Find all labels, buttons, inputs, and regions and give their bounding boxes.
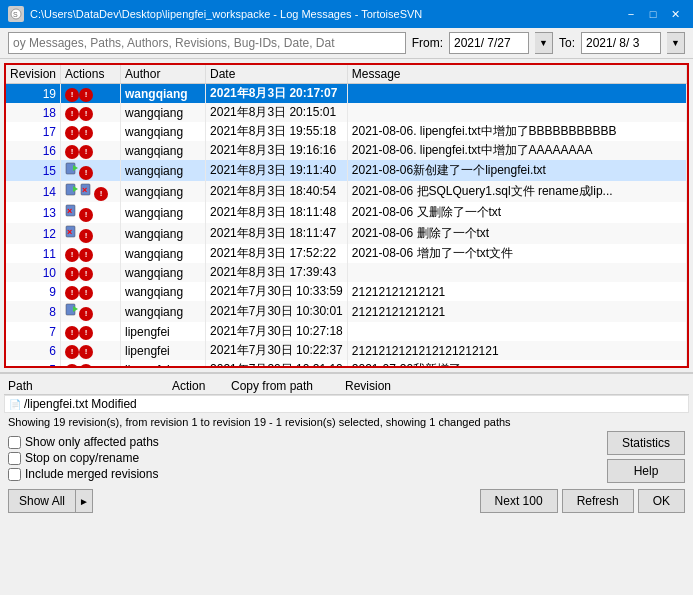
cell-actions: !! [61,282,121,301]
cell-author: wangqiang [121,103,206,122]
to-date-dropdown[interactable]: ▼ [667,32,685,54]
status-icon: ! [79,364,93,369]
cell-author: wangqiang [121,202,206,223]
cell-author: wangqiang [121,282,206,301]
cell-author: lipengfei [121,360,206,368]
status-icon: ! [79,107,93,121]
col-header-date[interactable]: Date [206,65,348,84]
cell-message: 21212121212121 [347,282,686,301]
cell-revision: 7 [6,322,61,341]
from-date-input[interactable] [449,32,529,54]
cell-message: 2021-08-06 又删除了一个txt [347,202,686,223]
table-row[interactable]: 6 !! lipengfei 2021年7月30日 10:22:37 21212… [6,341,687,360]
refresh-button[interactable]: Refresh [562,489,634,513]
addmod-icon: × [65,182,94,196]
checkboxes-panel: Show only affected paths Stop on copy/re… [4,431,163,485]
show-all-button[interactable]: Show All [8,489,75,513]
mod-icon: ! [65,345,79,359]
cell-date: 2021年7月30日 10:21:10 [206,360,348,368]
table-row[interactable]: 10 !! wangqiang 2021年8月3日 17:39:43 [6,263,687,282]
table-row[interactable]: 9 !! wangqiang 2021年7月30日 10:33:59 21212… [6,282,687,301]
cell-revision: 12 [6,223,61,244]
maximize-button[interactable]: □ [643,5,663,23]
table-row[interactable]: 12 ×! wangqiang 2021年8月3日 18:11:47 2021-… [6,223,687,244]
table-row[interactable]: 15 ! wangqiang 2021年8月3日 19:11:40 2021-0… [6,160,687,181]
table-row[interactable]: 13 ×! wangqiang 2021年8月3日 18:11:48 2021-… [6,202,687,223]
cell-date: 2021年8月3日 18:11:48 [206,202,348,223]
col-header-author[interactable]: Author [121,65,206,84]
cell-author: wangqiang [121,301,206,322]
status-icon: ! [79,345,93,359]
to-date-input[interactable] [581,32,661,54]
cell-message: 2021-08-06新创建了一个lipengfei.txt [347,160,686,181]
cell-actions: !! [61,263,121,282]
cell-date: 2021年8月3日 18:11:47 [206,223,348,244]
path-col-header: Path [8,379,168,393]
status-text: Showing 19 revision(s), from revision 1 … [4,413,689,431]
cell-date: 2021年8月3日 17:39:43 [206,263,348,282]
table-row[interactable]: 7 !! lipengfei 2021年7月30日 10:27:18 [6,322,687,341]
include-merged-checkbox[interactable] [8,468,21,481]
stop-on-copy-label: Stop on copy/rename [25,451,139,465]
ok-button[interactable]: OK [638,489,685,513]
title-text: C:\Users\DataDev\Desktop\lipengfei_works… [30,8,422,20]
mod-icon: ! [65,88,79,102]
cell-revision: 14 [6,181,61,202]
cell-message: 2021-07-30我新增了。。。。 [347,360,686,368]
cell-actions: !! [61,103,121,122]
title-bar: S C:\Users\DataDev\Desktop\lipengfei_wor… [0,0,693,28]
svg-text:×: × [67,206,72,216]
search-input[interactable] [8,32,406,54]
show-affected-paths-label: Show only affected paths [25,435,159,449]
window-controls[interactable]: − □ ✕ [621,5,685,23]
cell-message: 2121212121212121212121 [347,341,686,360]
cell-date: 2021年8月3日 19:16:16 [206,141,348,160]
show-affected-paths-checkbox[interactable] [8,436,21,449]
cell-date: 2021年8月3日 20:17:07 [206,84,348,104]
cell-date: 2021年8月3日 19:11:40 [206,160,348,181]
col-header-message[interactable]: Message [347,65,686,84]
cell-date: 2021年8月3日 20:15:01 [206,103,348,122]
bottom-right-buttons: Next 100 Refresh OK [480,489,685,513]
svg-marker-15 [73,306,78,312]
cell-author: lipengfei [121,341,206,360]
svg-text:×: × [82,185,87,195]
next100-button[interactable]: Next 100 [480,489,558,513]
close-button[interactable]: ✕ [665,5,685,23]
table-row[interactable]: 16 !! wangqiang 2021年8月3日 19:16:16 2021-… [6,141,687,160]
status-icon: ! [79,145,93,159]
add-icon [65,302,79,316]
status-icon: ! [79,307,93,321]
col-header-revision[interactable]: Revision [6,65,61,84]
mod-icon: ! [65,107,79,121]
cell-date: 2021年8月3日 19:55:18 [206,122,348,141]
stop-on-copy-checkbox[interactable] [8,452,21,465]
cell-revision: 5 [6,360,61,368]
cell-actions: !! [61,122,121,141]
table-row[interactable]: 8 ! wangqiang 2021年7月30日 10:30:01 212121… [6,301,687,322]
table-row[interactable]: 14 ×! wangqiang 2021年8月3日 18:40:54 2021-… [6,181,687,202]
del-icon: × [65,203,79,217]
table-row[interactable]: 18 !! wangqiang 2021年8月3日 20:15:01 [6,103,687,122]
cell-actions: ! [61,301,121,322]
path-row-text: /lipengfei.txt Modified [24,397,137,411]
cell-actions: !! [61,244,121,263]
help-button[interactable]: Help [607,459,685,483]
cell-message: 2021-08-06. lipengfei.txt中增加了AAAAAAAA [347,141,686,160]
table-row[interactable]: 5 !! lipengfei 2021年7月30日 10:21:10 2021-… [6,360,687,368]
show-all-arrow-button[interactable]: ► [75,489,93,513]
status-icon: ! [79,126,93,140]
cell-actions: !! [61,141,121,160]
col-header-actions[interactable]: Actions [61,65,121,84]
table-row[interactable]: 19 !! wangqiang 2021年8月3日 20:17:07 [6,84,687,104]
mod-icon: ! [65,267,79,281]
cell-author: wangqiang [121,263,206,282]
from-date-dropdown[interactable]: ▼ [535,32,553,54]
status-icon: ! [94,187,108,201]
cell-author: lipengfei [121,322,206,341]
mod-icon: ! [65,248,79,262]
table-row[interactable]: 17 !! wangqiang 2021年8月3日 19:55:18 2021-… [6,122,687,141]
minimize-button[interactable]: − [621,5,641,23]
table-row[interactable]: 11 !! wangqiang 2021年8月3日 17:52:22 2021-… [6,244,687,263]
statistics-button[interactable]: Statistics [607,431,685,455]
